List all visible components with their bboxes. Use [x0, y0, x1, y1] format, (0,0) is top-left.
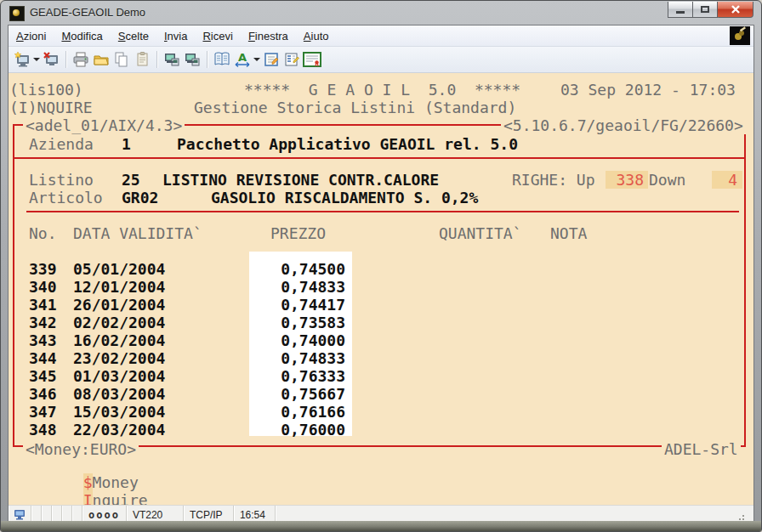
connect-dropdown[interactable]: [32, 49, 41, 70]
righe-down-label: Down: [649, 171, 685, 189]
toolbar-separator: [156, 51, 157, 68]
close-icon: [731, 4, 741, 14]
menu-bar: Azioni Modifica Scelte Invia Ricevi Fine…: [9, 25, 753, 47]
svg-text:A: A: [238, 51, 247, 64]
function-key-bar: $Money Inquire Report First Up Down Last: [9, 456, 156, 505]
azienda-desc: Pacchetto Applicativo GEAOIL rel. 5.0: [177, 135, 518, 153]
open-folder-icon: [93, 51, 110, 68]
col-header-data: DATA VALIDITA`: [73, 224, 202, 242]
copy-icon: [113, 51, 130, 68]
menu-scelte[interactable]: Scelte: [111, 27, 156, 45]
maximize-button[interactable]: [692, 2, 718, 18]
hotkey: I: [83, 491, 93, 505]
printer-icon: [72, 51, 89, 68]
col-header-prezzo: PREZZO: [270, 224, 326, 242]
terminal-screen[interactable]: (lis100) ***** G E A O I L 5.0 ***** 03 …: [9, 73, 753, 505]
col-header-no: No.: [29, 224, 57, 242]
font-button[interactable]: A: [232, 49, 253, 70]
brand-logo-icon: [730, 26, 750, 45]
toolbar-separator: [65, 51, 66, 68]
minimize-button[interactable]: [668, 2, 693, 18]
connect-icon: [14, 51, 31, 68]
chevron-down-icon: [33, 58, 40, 61]
paste-button[interactable]: [132, 49, 152, 70]
connect-button[interactable]: [12, 49, 32, 70]
col-header-nota: NOTA: [550, 224, 587, 242]
company-label: ADEL-Srl: [662, 440, 741, 458]
address-book-icon: [213, 51, 230, 68]
app-icon[interactable]: [9, 6, 25, 21]
azienda-value: 1: [122, 135, 131, 153]
open-button[interactable]: [91, 49, 111, 70]
certificate-icon: [303, 51, 321, 68]
client-area: Azioni Modifica Scelte Invia Ricevi Fine…: [8, 25, 754, 523]
screen-subtitle: Gestione Storica Listini (Standard): [194, 99, 516, 116]
properties-button[interactable]: [281, 49, 302, 70]
screen-title: ***** G E A O I L 5.0 *****: [244, 81, 520, 99]
receive-button[interactable]: [182, 49, 202, 70]
menu-azioni[interactable]: Azioni: [9, 27, 54, 45]
notepad-icon: [263, 51, 280, 68]
copy-button[interactable]: [111, 49, 132, 70]
menu-modifica[interactable]: Modifica: [54, 27, 110, 45]
close-button[interactable]: [717, 2, 753, 18]
title-bar[interactable]: GEADE-GEAOIL Demo: [1, 1, 761, 25]
key-inquire[interactable]: Inquire: [83, 491, 148, 505]
separator-line: [26, 211, 739, 212]
disconnect-button[interactable]: [41, 49, 61, 70]
righe-up-field[interactable]: 338: [606, 171, 648, 189]
mode-indicator: (I)NQUIRE: [9, 99, 93, 116]
listino-value: 25: [122, 171, 140, 189]
app-window: GEADE-GEAOIL Demo Azioni Modifica Scelte…: [0, 0, 762, 532]
articolo-desc: GASOLIO RISCALDAMENTO S. 0,2%: [211, 189, 478, 207]
font-dropdown[interactable]: [253, 49, 261, 70]
minimize-icon: [676, 11, 685, 14]
window-title: GEADE-GEAOIL Demo: [30, 6, 145, 19]
maximize-icon: [701, 6, 709, 13]
righe-up-label: RIGHE: Up: [512, 171, 595, 189]
license-button[interactable]: [302, 49, 322, 70]
addressbook-button[interactable]: [212, 49, 232, 70]
screen-datetime: 03 Sep 2012 - 17:03: [560, 81, 736, 99]
receive-host-icon: [184, 51, 201, 68]
toolbar: A: [9, 47, 753, 73]
print-button[interactable]: [71, 49, 91, 70]
version-label: <5.10.6.7/geaoil/FG/22660>: [501, 116, 746, 134]
paste-icon: [134, 51, 151, 68]
chevron-down-icon: [253, 58, 260, 61]
articolo-value: GR02: [122, 189, 158, 207]
send-button[interactable]: [162, 49, 182, 70]
program-id: (lis100): [9, 81, 83, 99]
computer-icon: [14, 509, 26, 521]
righe-down-field[interactable]: 4: [712, 171, 742, 189]
listino-desc: LISTINO REVISIONE CONTR.CALORE: [162, 171, 439, 189]
menu-ricevi[interactable]: Ricevi: [195, 27, 240, 45]
menu-invia[interactable]: Invia: [156, 27, 195, 45]
send-host-icon: [163, 51, 180, 68]
listino-label: Listino: [29, 171, 94, 189]
toolbar-separator: [207, 51, 208, 68]
menu-aiuto[interactable]: Aiuto: [296, 27, 337, 45]
menu-finestra[interactable]: Finestra: [241, 27, 296, 45]
window-bottom-frame: [1, 521, 761, 531]
notes-button[interactable]: [261, 49, 281, 70]
key-money[interactable]: $Money: [83, 473, 139, 491]
host-label: <adel_01/AIX/4.3>: [23, 116, 185, 134]
azienda-label: Azienda: [29, 135, 94, 153]
col-header-quantita: QUANTITA`: [439, 224, 522, 242]
font-icon: A: [234, 51, 251, 68]
articolo-label: Articolo: [29, 189, 103, 207]
separator-line: [13, 157, 746, 159]
properties-icon: [283, 51, 300, 68]
hotkey: $: [83, 473, 93, 491]
disconnect-icon: [43, 51, 60, 68]
